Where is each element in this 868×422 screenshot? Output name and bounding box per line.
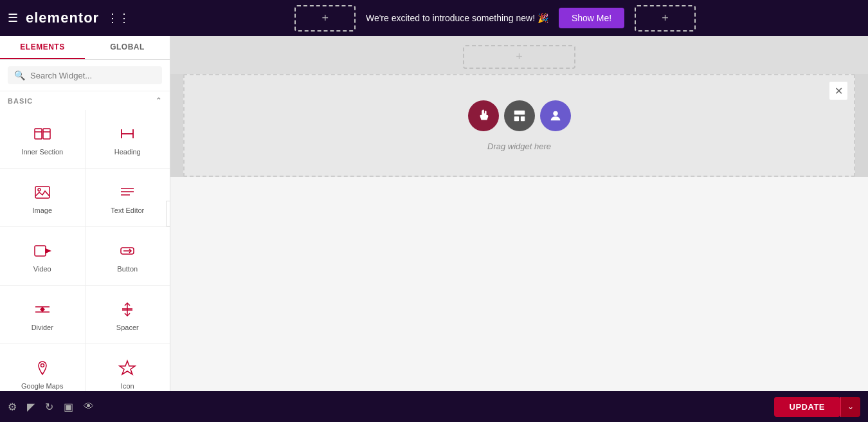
svg-rect-12 [35,246,46,256]
widget-heading[interactable]: Heading [86,110,170,168]
widgets-grid: Inner Section Heading [0,110,170,391]
section-header: BASIC ⌃ [0,91,170,110]
widget-inner-section[interactable]: Inner Section [0,110,85,168]
add-section-top-right[interactable]: + [635,5,696,32]
svg-rect-24 [514,110,525,114]
widget-text-editor-label: Text Editor [111,206,144,214]
drag-hint: Drag widget here [487,142,551,151]
search-container: 🔍 [0,60,170,91]
widget-image-label: Image [32,206,52,214]
tab-global[interactable]: GLOBAL [85,36,170,59]
hamburger-icon[interactable]: ☰ [8,11,18,25]
update-wrap: UPDATE ⌄ [774,397,860,417]
widget-google-maps-label: Google Maps [21,382,63,390]
text-editor-icon [118,183,136,201]
history-icon[interactable]: ↻ [45,401,53,413]
svg-rect-0 [35,129,42,139]
svg-rect-7 [35,187,50,198]
widget-video-label: Video [33,265,51,273]
widget-icon[interactable]: Icon [86,344,170,391]
responsive-icon[interactable]: ▣ [64,401,73,413]
svg-marker-13 [46,249,50,253]
svg-point-8 [38,188,41,191]
add-section-top-left[interactable]: + [294,5,356,32]
announcement-text: We're excited to introduce something new… [366,13,548,23]
image-icon [33,183,51,201]
svg-rect-25 [514,116,518,120]
section-inner: Drag widget here [468,100,571,151]
widget-divider[interactable]: Divider [0,286,85,344]
section-block: ✕ [183,74,855,177]
action-section-button[interactable] [504,100,535,131]
grid-icon[interactable]: ⋮⋮ [107,11,130,25]
widget-button[interactable]: Button [86,227,170,285]
canvas-sections-container: ✕ [170,74,868,177]
search-icon: 🔍 [14,70,25,80]
widget-google-maps[interactable]: Google Maps [0,344,85,391]
action-icons [468,100,571,131]
widget-heading-label: Heading [114,148,141,156]
bottom-bar-left: ⚙ ◤ ↻ ▣ 👁 [8,401,94,413]
tab-elements[interactable]: ELEMENTS [0,36,85,59]
svg-rect-26 [520,116,524,120]
bottom-bar: ⚙ ◤ ↻ ▣ 👁 UPDATE ⌄ [0,391,868,422]
search-input[interactable] [30,71,156,80]
widget-video[interactable]: Video [0,227,85,285]
collapse-icon[interactable]: ⌃ [156,96,162,105]
preview-icon[interactable]: 👁 [84,401,94,413]
svg-marker-23 [120,361,135,374]
add-section-canvas-top[interactable]: + [463,45,575,69]
widget-spacer-label: Spacer [116,324,139,331]
widget-icon-label: Icon [121,382,134,390]
announcement-bar: We're excited to introduce something new… [366,13,548,23]
button-icon [118,242,136,260]
svg-rect-1 [43,129,50,139]
search-input-wrap: 🔍 [8,66,162,84]
widget-button-label: Button [117,265,138,273]
spacer-icon [118,300,136,318]
video-icon [33,242,51,260]
sidebar: ELEMENTS GLOBAL 🔍 BASIC ⌃ [0,36,170,391]
google-maps-icon [33,359,51,377]
top-bar-center: + We're excited to introduce something n… [130,5,860,32]
section-label: BASIC [8,97,33,105]
canvas-area: + ✕ [170,36,868,391]
elementor-logo: elementor [26,10,99,26]
inner-section-icon [33,125,51,143]
canvas-bottom-area [170,177,868,391]
widget-spacer[interactable]: Spacer [86,286,170,344]
widget-divider-label: Divider [32,324,53,331]
icon-icon [118,359,136,377]
update-dropdown-button[interactable]: ⌄ [840,397,860,417]
show-me-button[interactable]: Show Me! [559,8,624,28]
section-close-button[interactable]: ✕ [829,82,847,100]
action-user-button[interactable] [540,100,571,131]
action-drag-button[interactable] [468,100,499,131]
canvas-top-add-area: + [170,36,868,74]
divider-icon [33,300,51,318]
widget-inner-section-label: Inner Section [21,148,63,156]
widget-image[interactable]: Image [0,169,85,226]
sidebar-tabs: ELEMENTS GLOBAL [0,36,170,60]
sidebar-collapse-button[interactable]: ‹ [166,201,170,226]
main-layout: ELEMENTS GLOBAL 🔍 BASIC ⌃ [0,36,868,391]
top-bar-left: ☰ elementor ⋮⋮ [8,10,130,26]
heading-icon [118,125,136,143]
svg-point-22 [41,364,44,367]
settings-icon[interactable]: ⚙ [8,401,17,413]
widget-text-editor[interactable]: Text Editor [86,169,170,226]
update-button[interactable]: UPDATE [774,397,840,417]
top-bar: ☰ elementor ⋮⋮ + We're excited to introd… [0,0,868,36]
svg-marker-18 [41,307,44,311]
svg-point-27 [553,111,557,115]
layers-icon[interactable]: ◤ [27,401,35,413]
